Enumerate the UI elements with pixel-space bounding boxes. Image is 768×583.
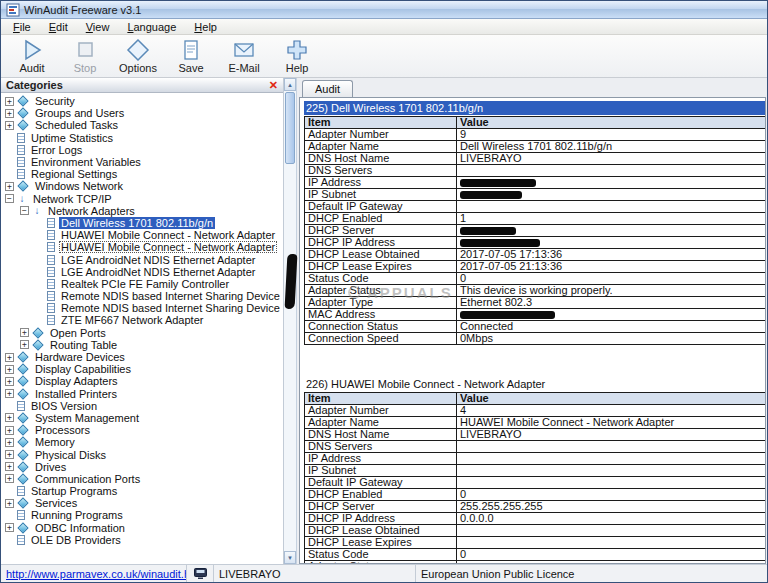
expand-icon[interactable]: + [5, 97, 14, 106]
tree-item[interactable]: +Scheduled Tasks [1, 119, 283, 131]
tree-item[interactable]: Realtek PCIe FE Family Controller [1, 278, 283, 290]
tree-item[interactable]: LGE AndroidNet NDIS Ethernet Adapter [1, 266, 283, 278]
tree-item-label[interactable]: Dell Wireless 1701 802.11b/g/n [59, 217, 215, 229]
tree-item-label[interactable]: BIOS Version [29, 400, 99, 412]
tree-item-label[interactable]: Display Adapters [33, 375, 120, 387]
scrollbar-thumb[interactable] [285, 92, 295, 164]
tree-item-label[interactable]: Routing Table [48, 339, 119, 351]
tab-audit[interactable]: Audit [302, 80, 353, 98]
tree-item-label[interactable]: ZTE MF667 Network Adapter [59, 314, 205, 326]
help-button[interactable]: Help [274, 38, 320, 76]
tree-item[interactable]: +Security [1, 95, 283, 107]
expand-icon[interactable]: + [20, 328, 29, 337]
tree-item-label[interactable]: HUAWEI Mobile Connect - Network Adapter [59, 229, 277, 241]
tree-item-label[interactable]: Remote NDIS based Internet Sharing Devic… [59, 302, 282, 314]
expand-icon[interactable]: + [5, 353, 14, 362]
tree-item[interactable]: +Display Capabilities [1, 363, 283, 375]
tree-item[interactable]: Error Logs [1, 144, 283, 156]
menu-item-language[interactable]: Language [118, 20, 185, 34]
scroll-down-icon[interactable]: ▼ [284, 551, 296, 564]
tree-item[interactable]: Remote NDIS based Internet Sharing Devic… [1, 302, 283, 314]
tree-item[interactable]: HUAWEI Mobile Connect - Network Adapter [1, 229, 283, 241]
tree-item[interactable]: OLE DB Providers [1, 534, 283, 546]
collapse-icon[interactable]: − [5, 194, 14, 203]
tree-item-label[interactable]: Scheduled Tasks [33, 119, 120, 131]
tree-item[interactable]: −↓Network Adapters [1, 205, 283, 217]
audit-button[interactable]: Audit [9, 38, 55, 76]
tree-item[interactable]: Running Programs [1, 509, 283, 521]
website-link[interactable]: http://www.parmavex.co.uk/winaudit.html [6, 568, 187, 580]
tree-item-label[interactable]: Security [33, 95, 77, 107]
tree-item-label[interactable]: Communication Ports [33, 473, 142, 485]
tree-item[interactable]: HUAWEI Mobile Connect - Network Adapter [1, 241, 283, 253]
tree-item-label[interactable]: HUAWEI Mobile Connect - Network Adapter [59, 241, 277, 253]
tree-item[interactable]: +Routing Table [1, 339, 283, 351]
tree-item-label[interactable]: Environment Variables [29, 156, 143, 168]
expand-icon[interactable]: + [5, 462, 14, 471]
expand-icon[interactable]: + [5, 474, 14, 483]
tree-item-label[interactable]: Regional Settings [29, 168, 119, 180]
expand-icon[interactable]: + [5, 523, 14, 532]
tree-item-label[interactable]: Processors [33, 424, 92, 436]
tree-item[interactable]: Startup Programs [1, 485, 283, 497]
tree-item-label[interactable]: Startup Programs [29, 485, 119, 497]
expand-icon[interactable]: + [5, 365, 14, 374]
tree-item[interactable]: ZTE MF667 Network Adapter [1, 314, 283, 326]
tree-item[interactable]: BIOS Version [1, 400, 283, 412]
options-button[interactable]: Options [115, 38, 161, 76]
menu-item-edit[interactable]: Edit [40, 20, 77, 34]
tree-item-label[interactable]: Open Ports [48, 327, 108, 339]
expand-icon[interactable]: + [5, 109, 14, 118]
tree-item-label[interactable]: Display Capabilities [33, 363, 133, 375]
tree-item[interactable]: +Services [1, 497, 283, 509]
tree-item-label[interactable]: OLE DB Providers [29, 534, 123, 546]
tree-item[interactable]: +Hardware Devices [1, 351, 283, 363]
save-button[interactable]: Save [168, 38, 214, 76]
tree-item-label[interactable]: ODBC Information [33, 522, 127, 534]
tree-item-label[interactable]: Remote NDIS based Internet Sharing Devic… [59, 290, 282, 302]
tree-item-label[interactable]: Network Adapters [46, 205, 137, 217]
tree-item-label[interactable]: System Management [33, 412, 141, 424]
tree-scrollbar[interactable]: ▲ ▼ [284, 78, 297, 564]
tree-item[interactable]: Regional Settings [1, 168, 283, 180]
tree-item-label[interactable]: Physical Disks [33, 449, 108, 461]
tree-item[interactable]: −↓Network TCP/IP [1, 193, 283, 205]
expand-icon[interactable]: + [5, 389, 14, 398]
tree-item-label[interactable]: Error Logs [29, 144, 84, 156]
email-button[interactable]: E-Mail [221, 38, 267, 76]
stop-button[interactable]: Stop [62, 38, 108, 76]
tree-item[interactable]: +Memory [1, 436, 283, 448]
expand-icon[interactable]: + [5, 413, 14, 422]
tree-item-label[interactable]: LGE AndroidNet NDIS Ethernet Adapter [59, 266, 257, 278]
expand-icon[interactable]: + [5, 121, 14, 130]
tree-item[interactable]: Uptime Statistics [1, 132, 283, 144]
tree-item[interactable]: +Physical Disks [1, 448, 283, 460]
tree-item-label[interactable]: Running Programs [29, 509, 125, 521]
tree-item[interactable]: Environment Variables [1, 156, 283, 168]
collapse-icon[interactable]: − [20, 206, 29, 215]
tree-item-label[interactable]: Groups and Users [33, 107, 126, 119]
tree-item-label[interactable]: Uptime Statistics [29, 132, 115, 144]
tree-item[interactable]: +Display Adapters [1, 375, 283, 387]
tree-item[interactable]: +Communication Ports [1, 473, 283, 485]
tree-item-label[interactable]: Memory [33, 436, 77, 448]
tree-item-label[interactable]: Services [33, 497, 79, 509]
expand-icon[interactable]: + [5, 377, 14, 386]
expand-icon[interactable]: + [5, 438, 14, 447]
tree-item[interactable]: Dell Wireless 1701 802.11b/g/n [1, 217, 283, 229]
expand-icon[interactable]: + [5, 182, 14, 191]
expand-icon[interactable]: + [5, 426, 14, 435]
expand-icon[interactable]: + [5, 499, 14, 508]
tree-item[interactable]: +Groups and Users [1, 107, 283, 119]
tree-item[interactable]: +Processors [1, 424, 283, 436]
tree-item-label[interactable]: Windows Network [33, 180, 125, 192]
tree-item[interactable]: LGE AndroidNet NDIS Ethernet Adapter [1, 253, 283, 265]
expand-icon[interactable]: + [20, 340, 29, 349]
tree-item-label[interactable]: Installed Printers [33, 388, 119, 400]
expand-icon[interactable]: + [5, 450, 14, 459]
tree-item[interactable]: +ODBC Information [1, 522, 283, 534]
tree-item[interactable]: +Open Ports [1, 327, 283, 339]
tree-item[interactable]: +Windows Network [1, 180, 283, 192]
scroll-up-icon[interactable]: ▲ [284, 78, 296, 91]
tree-item-label[interactable]: Drives [33, 461, 68, 473]
